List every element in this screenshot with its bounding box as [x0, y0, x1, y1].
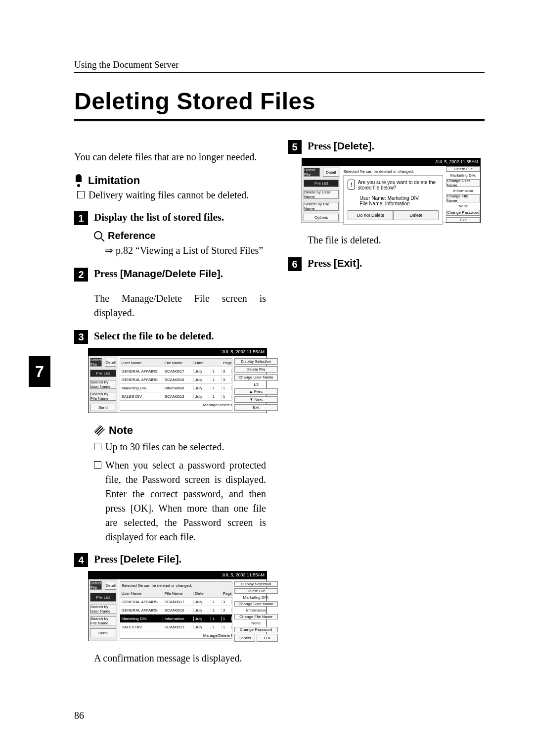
- arrow-icon: ⇒: [105, 245, 113, 256]
- intro-text: You can delete files that are no longer …: [74, 150, 266, 164]
- note-icon: [94, 425, 105, 436]
- ui-change-user-button[interactable]: Change User Name: [234, 374, 278, 380]
- step-5-text: Press [Delete].: [308, 140, 374, 152]
- bullet-box-icon: [94, 443, 101, 450]
- table-row[interactable]: SALES DIV.SCAN0013July11: [120, 392, 232, 401]
- ui-display-selection-button[interactable]: Display Selection: [234, 358, 278, 365]
- page-number: 86: [74, 710, 84, 721]
- ui-manage-delete-button[interactable]: Manage/Delete File: [202, 633, 232, 638]
- ui-search-file-button[interactable]: Search by File Name: [304, 202, 339, 211]
- ui-change-password-button[interactable]: Change Password: [446, 210, 480, 215]
- step-1-number: 1: [74, 211, 88, 225]
- title-rule: [74, 119, 485, 122]
- table-row[interactable]: GENERAL AFFAIRSSCAN0017July13: [120, 367, 232, 376]
- ui-detail-tab[interactable]: Detail: [105, 581, 116, 590]
- ui-delete-file-button[interactable]: Delete File: [234, 366, 278, 373]
- limitation-heading: Limitation: [88, 174, 140, 187]
- ui-ok-button[interactable]: O K: [257, 634, 278, 642]
- ui-change-file-button[interactable]: Change File Name: [234, 614, 278, 619]
- note-item-1: Up to 30 files can be selected.: [105, 440, 224, 454]
- ui-manage-delete-button[interactable]: Manage/Delete File: [202, 403, 232, 407]
- step-4-text: Press [Delete File].: [94, 553, 181, 566]
- ui-send-button[interactable]: Send: [90, 628, 116, 637]
- ui-select-file-tab[interactable]: Select File: [304, 168, 320, 177]
- reference-text: p.82 “Viewing a List of Stored Files”: [116, 245, 263, 256]
- ui-search-file-button[interactable]: Search by File Name: [90, 392, 116, 401]
- step-2-number: 2: [74, 268, 88, 282]
- note-heading: Note: [109, 424, 133, 437]
- ui-exit-button[interactable]: Exit: [234, 404, 278, 411]
- step-5-screenshot: JUL 5, 2002 11:55AM Select File Detail F…: [302, 158, 481, 223]
- page-title: Deleting Stored Files: [74, 88, 485, 115]
- step-6-text: Press [Exit].: [308, 257, 362, 270]
- confirm-question: Are you sure you want to delete the stor…: [358, 180, 439, 190]
- ui-file-list-button[interactable]: File List: [90, 593, 116, 602]
- limitation-item: Delivery waiting files cannot be deleted…: [89, 188, 249, 202]
- ui-delete-by-user-button[interactable]: Delete by User Name: [304, 190, 339, 199]
- ui-cancel-button[interactable]: Cancel: [234, 634, 256, 642]
- limitation-icon: [74, 174, 83, 187]
- ui-delete-button[interactable]: Delete: [393, 210, 439, 220]
- reference-icon: [94, 231, 104, 241]
- ui-file-table: Selected file can be deleted or changed.…: [120, 581, 232, 639]
- bullet-box-icon: [77, 191, 85, 198]
- ui-search-file-button[interactable]: Search by File Name: [90, 616, 116, 625]
- table-row[interactable]: GENERAL AFFAIRSSCAN0017July13: [120, 598, 232, 606]
- warning-icon: !: [348, 180, 355, 189]
- table-row[interactable]: SALES DIV.SCAN0013July11: [120, 623, 232, 631]
- ui-detail-tab[interactable]: Detail: [105, 358, 116, 367]
- ui-exit-button[interactable]: Exit: [446, 217, 480, 223]
- chapter-tab: 7: [29, 356, 50, 387]
- table-row[interactable]: GENERAL AFFAIRSSCAN0016July13: [120, 606, 232, 614]
- step-2-after: The Manage/Delete File screen is display…: [94, 291, 266, 320]
- step-4-after: A confirmation message is displayed.: [94, 651, 266, 665]
- step-4-number: 4: [74, 553, 88, 567]
- table-row[interactable]: Marketing DIV.InformationJuly11: [120, 384, 232, 392]
- ui-change-user-button[interactable]: Change User Name: [446, 179, 480, 187]
- step-5-number: 5: [288, 140, 302, 154]
- ui-search-user-button[interactable]: Search by User Name: [90, 605, 116, 614]
- table-row[interactable]: GENERAL AFFAIRSSCAN0016July13: [120, 376, 232, 384]
- ui-send-button[interactable]: Send: [90, 404, 116, 411]
- step-6-number: 6: [288, 257, 302, 271]
- step-3-number: 3: [74, 330, 88, 344]
- ui-file-list-button[interactable]: File List: [304, 180, 339, 187]
- step-3-text: Select the file to be deleted.: [94, 330, 214, 342]
- ui-do-not-delete-button[interactable]: Do not Delete: [348, 210, 393, 220]
- table-row-selected[interactable]: Marketing DIV.InformationJuly11: [120, 614, 232, 623]
- step-2-text: Press [Manage/Delete File].: [94, 268, 223, 280]
- ui-select-file-tab[interactable]: Select File: [90, 358, 102, 367]
- step-3-screenshot: JUL 5, 2002 11:55AM Select File Detail F…: [88, 348, 267, 413]
- ui-file-table: User Name File Name Date Page GENERAL AF…: [120, 358, 232, 411]
- ui-delete-file-button[interactable]: Delete File: [446, 166, 480, 172]
- ui-change-file-button[interactable]: Change File Name: [446, 194, 480, 202]
- ui-change-user-button[interactable]: Change User Name: [234, 601, 278, 607]
- ui-prev-button[interactable]: ▲ Prev.: [234, 388, 278, 395]
- ui-detail-tab[interactable]: Detail: [323, 168, 339, 177]
- ui-options-button[interactable]: Options: [304, 214, 339, 221]
- ui-search-user-button[interactable]: Search by User Name: [90, 380, 116, 389]
- step-5-after: The file is deleted.: [308, 233, 480, 247]
- ui-display-selection-button[interactable]: Display Selection: [234, 581, 278, 587]
- reference-heading: Reference: [108, 230, 156, 241]
- ui-file-list-button[interactable]: File List: [90, 370, 116, 377]
- ui-delete-file-button[interactable]: Delete File: [234, 588, 278, 594]
- running-head: Using the Document Server: [74, 59, 485, 73]
- ui-next-button[interactable]: ▼ Next: [234, 396, 278, 403]
- note-item-2: When you select a password protected fil…: [105, 458, 266, 544]
- step-4-screenshot: JUL 5, 2002 11:55AM Select File Detail F…: [88, 571, 267, 641]
- ui-change-password-button[interactable]: Change Password: [234, 627, 278, 632]
- bullet-box-icon: [94, 461, 101, 469]
- ui-select-file-tab[interactable]: Select File: [90, 581, 102, 590]
- step-1-text: Display the list of stored files.: [94, 211, 224, 224]
